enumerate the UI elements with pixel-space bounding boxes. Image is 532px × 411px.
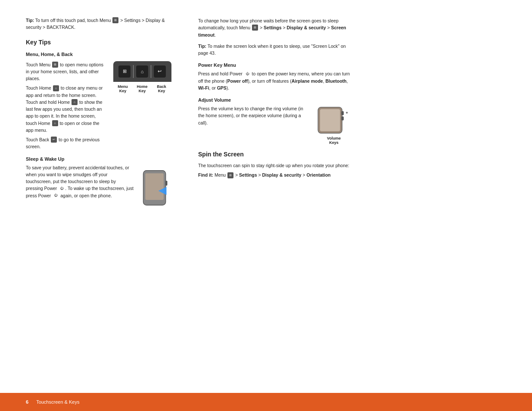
menu-key-icon: ⊞ [118, 65, 131, 78]
tip-block-right: Tip: To make the screen lock when it goe… [198, 43, 353, 57]
svg-text:+: + [345, 111, 348, 115]
back-key-label: BackKey [153, 84, 170, 93]
menu-icon-1: ⊞ [52, 62, 58, 68]
menu-icon-right1: ⊞ [252, 25, 258, 31]
menu-para3: Touch Back ↩ to go to the previous scree… [26, 136, 108, 150]
power-key-menu-subtitle: Power Key Menu [198, 62, 353, 68]
svg-rect-5 [320, 109, 340, 131]
svg-rect-6 [341, 111, 344, 115]
adjust-volume-row: Press the volume keys to change the ring… [198, 105, 353, 145]
bluetooth-bold: Bluetooth [326, 78, 347, 84]
spin-screen-section: Spin the Screen The touchscreen can spin… [198, 151, 353, 179]
back-icon-1: ↩ [51, 137, 57, 143]
volume-keys-label: VolumeKeys [327, 136, 341, 145]
tip-label-right: Tip: [198, 44, 206, 49]
divider1 [133, 65, 134, 78]
back-key-icon: ↩ [154, 65, 166, 78]
menu-home-back-row: Touch Menu ⊞ to open menu options in you… [26, 61, 172, 150]
divider2 [151, 65, 151, 78]
screen-timeout-para: To change how long your phone waits befo… [198, 17, 353, 38]
footer-page-number: 6 [26, 399, 28, 405]
sleep-wake-row: To save your battery, prevent accidental… [26, 164, 172, 207]
menu-icon-tip: ⊞ [112, 17, 118, 23]
findit-bold: Find it: [198, 172, 213, 177]
content-area: Tip: To turn off this touch pad, touch M… [0, 0, 532, 393]
home-key-icon: ⌂ [136, 65, 148, 78]
home-icon-3: ⌂ [52, 120, 58, 126]
menu-para2: Touch Home ⌂ to close any menu or app an… [26, 84, 108, 134]
tip-text-left: To turn off this touch pad, touch Menu [35, 18, 112, 23]
spin-screen-findit: Find it: Menu ⊞ > Settings > Display & s… [198, 171, 353, 178]
sleep-wake-subtitle: Sleep & Wake Up [26, 156, 172, 162]
adjust-volume-text: Press the volume keys to change the ring… [198, 105, 310, 126]
display-security-bold1: Display & security [286, 25, 326, 30]
power-icon-2: ⏻ [53, 193, 59, 199]
left-column: Tip: To turn off this touch pad, touch M… [26, 17, 172, 384]
page-container: Tip: To turn off this touch pad, touch M… [0, 0, 532, 411]
spin-screen-para: The touchscreen can spin to stay right-s… [198, 162, 353, 169]
menu-icon-findit: ⊞ [227, 172, 233, 178]
wifi-bold: Wi-Fi [198, 85, 209, 90]
adjust-volume-para: Press the volume keys to change the ring… [198, 105, 310, 126]
volume-keys-illustration: + VolumeKeys [314, 105, 353, 145]
svg-rect-1 [145, 173, 164, 200]
menu-para1: Touch Menu ⊞ to open menu options in you… [26, 61, 108, 82]
power-icon-1: ⏻ [59, 186, 65, 192]
display-security-bold-findit: Display & security [262, 172, 301, 177]
phone-side-illustration [138, 168, 172, 207]
home-icon-1: ⌂ [53, 85, 59, 91]
svg-rect-2 [165, 181, 167, 185]
screen-timeout-block: To change how long your phone waits befo… [198, 17, 353, 38]
gps-bold: GPS [217, 85, 227, 90]
tip-text-right: To make the screen lock when it goes to … [198, 44, 346, 56]
footer-bar: 6 Touchscreen & Keys [0, 393, 532, 411]
keys-phone-bar: ⊞ ⌂ ↩ [113, 61, 171, 82]
right-column: To change how long your phone waits befo… [190, 17, 353, 384]
airplane-bold: Airplane mode [292, 78, 323, 84]
orientation-bold: Orientation [306, 172, 330, 177]
menu-home-back-subtitle: Menu, Home, & Back [26, 52, 172, 57]
volume-svg: + [316, 105, 352, 135]
menu-key-label: MenuKey [115, 84, 131, 93]
svg-rect-7 [341, 116, 344, 120]
tip-block-left: Tip: To turn off this touch pad, touch M… [26, 17, 172, 31]
phone-side-svg [139, 168, 171, 207]
power-icon-right1: ⏻ [244, 71, 250, 77]
sleep-wake-text: To save your battery, prevent accidental… [26, 164, 134, 199]
key-tips-title: Key Tips [26, 39, 172, 46]
home-key-label: HomeKey [134, 84, 150, 93]
adjust-volume-subtitle: Adjust Volume [198, 97, 353, 103]
spin-screen-title: Spin the Screen [198, 151, 353, 158]
power-off-bold: Power off [227, 78, 248, 84]
keys-labels-row: MenuKey HomeKey BackKey [113, 84, 171, 93]
settings-bold-findit: Settings [239, 172, 257, 177]
sleep-wake-para: To save your battery, prevent accidental… [26, 164, 134, 199]
menu-home-back-text: Touch Menu ⊞ to open menu options in you… [26, 61, 108, 150]
home-icon-2: ⌂ [72, 99, 78, 105]
settings-bold1: Settings [264, 25, 281, 30]
tip-label-left: Tip: [26, 18, 34, 23]
power-key-menu-text: Press and hold Power ⏻ to open the power… [198, 70, 353, 91]
keys-diagram: ⊞ ⌂ ↩ MenuKey HomeKey BackKey [112, 61, 172, 93]
footer-section-name: Touchscreen & Keys [36, 399, 79, 405]
